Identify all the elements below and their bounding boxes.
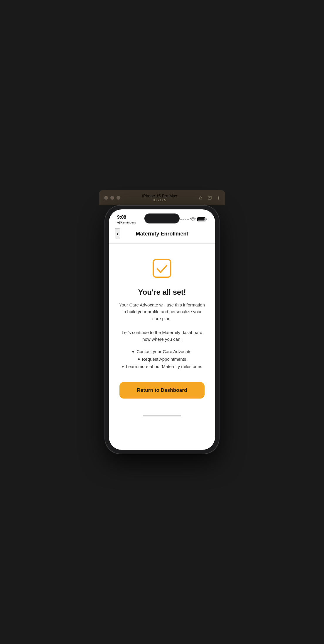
success-icon-wrap bbox=[152, 258, 172, 279]
bullet-dot-icon bbox=[138, 358, 140, 360]
navigation-bar: ‹ Maternity Enrollment bbox=[109, 225, 215, 244]
list-item: Contact your Care Advocate bbox=[122, 348, 202, 355]
dynamic-island bbox=[144, 213, 180, 223]
success-heading: You're all set! bbox=[138, 288, 186, 297]
return-to-dashboard-button[interactable]: Return to Dashboard bbox=[119, 382, 205, 399]
status-back-label: ◀ Reminders bbox=[117, 221, 136, 224]
status-left: 9:08 ◀ Reminders bbox=[117, 215, 136, 224]
phone-screen: 9:08 ◀ Reminders bbox=[109, 209, 215, 450]
main-content: You're all set! Your Care Advocate will … bbox=[109, 244, 215, 410]
status-time: 9:08 bbox=[117, 215, 136, 220]
mac-screenshot-icon: ⊡ bbox=[207, 194, 212, 201]
mac-title: iPhone 15 Pro Max iOS 17.5 bbox=[142, 194, 177, 202]
mac-dot-yellow bbox=[110, 196, 114, 200]
mac-dot-green bbox=[117, 196, 120, 200]
list-item: Request Appointments bbox=[122, 355, 202, 363]
list-item: Learn more about Maternity milestones bbox=[122, 363, 202, 370]
home-bar bbox=[143, 415, 181, 416]
back-button[interactable]: ‹ bbox=[115, 228, 120, 239]
mac-window-controls bbox=[104, 196, 120, 200]
signal-dots bbox=[180, 219, 189, 220]
mac-system-icons: ⌂ ⊡ ↑ bbox=[199, 194, 220, 201]
success-subtext: Your Care Advocate will use this informa… bbox=[118, 301, 206, 322]
status-bar: 9:08 ◀ Reminders bbox=[109, 209, 215, 225]
svg-rect-0 bbox=[153, 260, 171, 277]
wifi-icon bbox=[190, 217, 195, 222]
mac-home-icon: ⌂ bbox=[199, 195, 202, 201]
status-right bbox=[180, 217, 207, 222]
phone-frame: 9:08 ◀ Reminders bbox=[105, 205, 219, 454]
home-indicator bbox=[109, 410, 215, 420]
mac-dot-red bbox=[104, 196, 108, 200]
checkmark-icon bbox=[152, 258, 172, 278]
battery-icon bbox=[197, 217, 207, 221]
mac-toolbar: iPhone 15 Pro Max iOS 17.5 ⌂ ⊡ ↑ bbox=[99, 190, 225, 205]
bullet-dot-icon bbox=[132, 351, 134, 352]
bullet-dot-icon bbox=[122, 366, 124, 367]
continue-text: Let's continue to the Maternity dashboar… bbox=[118, 329, 206, 343]
page-title: Maternity Enrollment bbox=[136, 231, 188, 237]
mac-share-icon: ↑ bbox=[217, 195, 220, 201]
back-chevron-icon: ‹ bbox=[117, 230, 119, 238]
feature-list: Contact your Care Advocate Request Appoi… bbox=[122, 348, 202, 370]
